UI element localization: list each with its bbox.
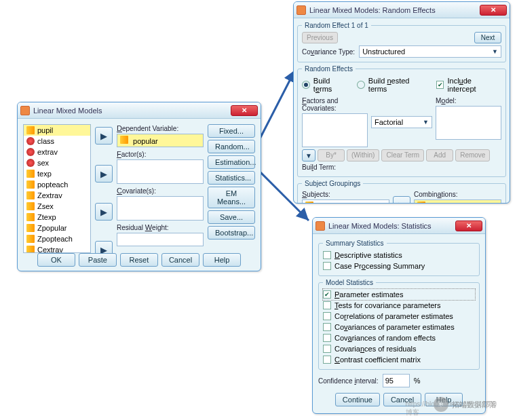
factors-covariates-list[interactable] <box>302 113 368 147</box>
residual-field[interactable] <box>117 233 204 246</box>
subjects-label: Subjects: <box>302 190 389 198</box>
bootstrap-button[interactable]: Bootstrap... <box>208 226 255 240</box>
build-terms-radio[interactable]: Build terms <box>302 75 350 94</box>
include-intercept-checkbox[interactable]: ✔Include intercept <box>436 75 501 94</box>
tests-cov-params-checkbox[interactable]: Tests for covariance parameters <box>323 300 475 311</box>
variable-extrav[interactable]: extrav <box>24 147 90 157</box>
random-effect-group: Random Effect 1 of 1 Previous Next Covar… <box>297 22 506 62</box>
covtype-label: Covariance Type: <box>302 47 355 56</box>
random-button[interactable]: Random... <box>208 140 255 153</box>
covariance-type-dropdown[interactable]: Unstructured▼ <box>359 45 501 58</box>
dependent-field[interactable]: popular <box>117 134 204 147</box>
variable-pupil[interactable]: pupil <box>24 125 90 136</box>
move-to-covariates-button[interactable]: ▶ <box>95 203 113 221</box>
reset-button[interactable]: Reset <box>120 253 158 267</box>
ruler-icon <box>26 235 35 243</box>
ruler-icon <box>26 170 35 178</box>
combinations-list[interactable]: class <box>414 199 501 204</box>
within-button: (Within) <box>347 149 379 161</box>
variable-list[interactable]: pupilclassextravsextexppopteachZextravZs… <box>23 124 91 253</box>
variable-popteach[interactable]: popteach <box>24 179 90 190</box>
move-to-dependent-button[interactable]: ▶ <box>95 127 113 145</box>
variable-Cextrav[interactable]: Cextrav <box>24 244 90 253</box>
ruler-icon <box>26 202 35 210</box>
variable-Zpopteach[interactable]: Zpopteach <box>24 233 90 244</box>
variable-Zsex[interactable]: Zsex <box>24 201 90 212</box>
factors-label: Factor(s): <box>117 150 204 158</box>
by-button: By* <box>318 149 345 161</box>
move-to-combos-button[interactable]: ▶ <box>393 196 410 204</box>
close-icon[interactable]: ✕ <box>455 221 482 231</box>
variable-Zextrav[interactable]: Zextrav <box>24 190 90 201</box>
move-to-factors-button[interactable]: ▶ <box>95 165 113 183</box>
variable-Ztexp[interactable]: Ztexp <box>24 212 90 223</box>
estimation-button[interactable]: Estimation... <box>208 155 255 169</box>
next-button[interactable]: Next <box>474 32 501 43</box>
save-button[interactable]: Save... <box>208 210 255 224</box>
build-term-label: Build Term: <box>302 163 501 171</box>
model-list[interactable] <box>436 106 501 140</box>
statistics-button[interactable]: Statistics... <box>208 171 255 185</box>
ruler-icon <box>305 202 313 204</box>
cov-random-checkbox[interactable]: Covariances of random effects <box>323 332 475 343</box>
factors-covariates-label: Factors and Covariates: <box>302 96 368 112</box>
app-icon <box>296 5 306 15</box>
random-effects-fieldset: Random Effects Build terms Build nested … <box>297 65 506 177</box>
ruler-icon <box>26 126 35 134</box>
summary-stats-fieldset: Summary Statistics Descriptive statistic… <box>318 240 480 276</box>
cancel-button[interactable]: Cancel <box>161 253 199 267</box>
factorial-dropdown[interactable]: Factorial▼ <box>371 116 432 128</box>
dialog-title: Linear Mixed Models: Random Effects <box>309 6 480 14</box>
subject-groupings-fieldset: Subject Groupings Subjects: class ▶ Comb… <box>297 180 506 204</box>
paste-button[interactable]: Paste <box>79 253 117 267</box>
titlebar[interactable]: Linear Mixed Models ✕ <box>18 102 261 119</box>
case-processing-checkbox[interactable]: Case Processing Summary <box>323 261 475 271</box>
close-icon[interactable]: ✕ <box>231 105 258 116</box>
random-effects-dialog: Linear Mixed Models: Random Effects ✕ Ra… <box>293 1 510 204</box>
descriptive-checkbox[interactable]: Descriptive statistics <box>323 250 475 261</box>
add-button: Add <box>426 149 453 161</box>
clear-term-button: Clear Term <box>381 149 424 161</box>
previous-button: Previous <box>302 32 338 43</box>
chevron-down-icon: ▼ <box>423 119 429 126</box>
nominal-icon <box>26 137 35 145</box>
combinations-label: Combinations: <box>414 190 501 198</box>
ok-button[interactable]: OK <box>37 253 75 267</box>
factors-field[interactable] <box>117 159 204 184</box>
chevron-down-icon: ▼ <box>492 48 498 55</box>
ruler-icon <box>26 191 35 199</box>
close-icon[interactable]: ✕ <box>480 5 507 16</box>
ci-input[interactable] <box>383 374 410 387</box>
covariates-field[interactable] <box>117 196 204 221</box>
build-nested-radio[interactable]: Build nested terms <box>357 75 429 94</box>
fixed-button[interactable]: Fixed... <box>208 124 255 138</box>
parameter-estimates-checkbox[interactable]: ✔Parameter estimates <box>323 289 475 300</box>
continue-button[interactable]: Continue <box>335 393 380 406</box>
variable-sex[interactable]: sex <box>24 157 90 168</box>
nominal-icon <box>26 159 35 167</box>
em-means-button[interactable]: EM Means... <box>208 187 255 208</box>
correlations-pe-checkbox[interactable]: Correlations of parameter estimates <box>323 311 475 322</box>
subjects-list[interactable]: class <box>302 199 389 204</box>
percent-label: % <box>414 377 421 385</box>
group-title: Random Effect 1 of 1 <box>302 22 371 29</box>
ruler-icon <box>417 202 425 204</box>
linear-mixed-models-dialog: Linear Mixed Models ✕ pupilclassextravse… <box>17 102 261 271</box>
model-stats-fieldset: Model Statistics ✔Parameter estimates Te… <box>318 279 480 370</box>
help-button[interactable]: Help <box>203 253 241 267</box>
variable-class[interactable]: class <box>24 136 90 147</box>
ruler-icon <box>26 246 35 253</box>
cov-pe-checkbox[interactable]: Covariances of parameter estimates <box>323 322 475 332</box>
term-down-button[interactable]: ▼ <box>302 149 315 161</box>
titlebar[interactable]: Linear Mixed Models: Random Effects ✕ <box>294 2 510 18</box>
watermark: ✶ 拓端数据部落 https://blog.csdn.net/@51CTO博客 <box>434 397 497 412</box>
dialog-title: Linear Mixed Models <box>33 107 231 115</box>
contrast-coef-checkbox[interactable]: Contrast coefficient matrix <box>323 354 475 365</box>
variable-Zpopular[interactable]: Zpopular <box>24 223 90 233</box>
cov-resid-checkbox[interactable]: Covariances of residuals <box>323 343 475 354</box>
ruler-icon <box>26 213 35 221</box>
titlebar[interactable]: Linear Mixed Models: Statistics ✕ <box>313 218 485 234</box>
app-icon <box>20 106 30 115</box>
variable-texp[interactable]: texp <box>24 168 90 179</box>
ruler-icon <box>26 180 35 189</box>
